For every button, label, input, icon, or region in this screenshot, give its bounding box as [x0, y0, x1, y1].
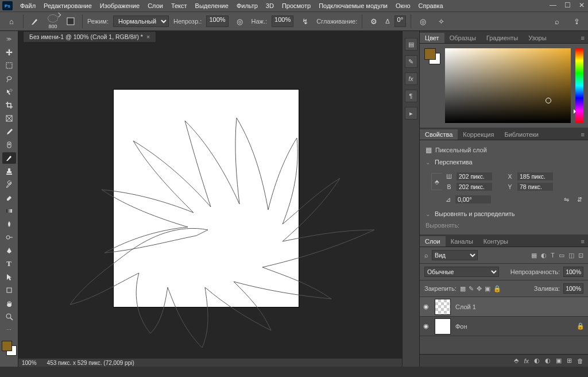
layer-thumbnail[interactable]: [435, 318, 451, 334]
layer-name[interactable]: Фон: [455, 323, 467, 330]
menu-text[interactable]: Текст: [167, 1, 191, 10]
opacity-input[interactable]: 100%: [206, 16, 228, 27]
layer-mask-icon[interactable]: ◐: [534, 357, 540, 364]
dock-actions-icon[interactable]: ▸: [405, 107, 417, 120]
frame-tool[interactable]: [2, 113, 16, 124]
new-layer-icon[interactable]: ⊞: [567, 357, 572, 364]
color-panel-menu-icon[interactable]: ≡: [578, 33, 588, 43]
visibility-icon[interactable]: ◉: [423, 303, 430, 310]
dock-fx-icon[interactable]: fx: [405, 72, 417, 85]
menu-view[interactable]: Просмотр: [278, 1, 315, 10]
pen-tool[interactable]: [2, 245, 16, 256]
stamp-tool[interactable]: [2, 166, 16, 177]
props-panel-menu-icon[interactable]: ≡: [578, 129, 588, 140]
menu-filter[interactable]: Фильтр: [233, 1, 262, 10]
transform-section-header[interactable]: Перспектива: [425, 156, 582, 168]
flip-vertical-icon[interactable]: ⇵: [577, 196, 582, 203]
marquee-tool[interactable]: [2, 60, 16, 71]
menu-edit[interactable]: Редактирование: [40, 1, 96, 10]
eyedropper-tool[interactable]: [2, 126, 16, 137]
menu-select[interactable]: Выделение: [191, 1, 233, 10]
blend-mode-select[interactable]: Нормальный: [113, 16, 169, 27]
menu-image[interactable]: Изображение: [96, 1, 144, 10]
dock-brushes-icon[interactable]: ✎: [405, 55, 417, 68]
flow-input[interactable]: 100%: [272, 16, 293, 27]
menu-window[interactable]: Окно: [392, 1, 415, 10]
menu-3d[interactable]: 3D: [262, 1, 278, 10]
menu-plugins[interactable]: Подключаемые модули: [315, 1, 392, 10]
flip-horizontal-icon[interactable]: ⇋: [564, 196, 569, 203]
height-input[interactable]: [457, 183, 492, 191]
healing-tool[interactable]: [2, 139, 16, 151]
new-group-icon[interactable]: ▣: [556, 357, 562, 364]
edit-toolbar-icon[interactable]: ⋯: [2, 324, 16, 336]
tab-properties[interactable]: Свойства: [420, 129, 458, 140]
layer-fx-icon[interactable]: fx: [524, 357, 529, 364]
tab-gradients[interactable]: Градиенты: [481, 33, 523, 43]
gradient-tool[interactable]: [2, 205, 16, 217]
align-section-header[interactable]: Выровнять и распределить: [425, 208, 582, 220]
new-fill-icon[interactable]: ◐: [545, 357, 551, 364]
tab-patterns[interactable]: Узоры: [523, 33, 551, 43]
angle-input-props[interactable]: [455, 195, 491, 203]
maximize-button[interactable]: ☐: [564, 1, 571, 9]
angle-input[interactable]: 0°: [394, 16, 407, 27]
lock-pixels-icon[interactable]: ✎: [469, 285, 474, 293]
filter-shape-icon[interactable]: ▭: [559, 252, 564, 259]
menu-file[interactable]: Файл: [16, 1, 40, 10]
y-input[interactable]: [517, 183, 553, 191]
tab-swatches[interactable]: Образцы: [444, 33, 481, 43]
tab-color[interactable]: Цвет: [420, 33, 444, 43]
x-input[interactable]: [517, 172, 553, 180]
document-tab[interactable]: Без имени-1 @ 100% (Слой 1, RGB/8#) * ×: [23, 31, 156, 43]
close-button[interactable]: ✕: [579, 1, 585, 9]
blur-tool[interactable]: [2, 218, 16, 230]
menu-help[interactable]: Справка: [415, 1, 447, 10]
tab-channels[interactable]: Каналы: [446, 236, 478, 247]
layer-filter-select[interactable]: Вид: [432, 250, 478, 260]
hue-slider[interactable]: [575, 48, 583, 123]
brush-preset-picker[interactable]: 800: [47, 13, 59, 29]
filter-toggle-icon[interactable]: ⊡: [578, 252, 583, 259]
layer-row[interactable]: ◉ Слой 1: [420, 297, 588, 317]
pressure-opacity-icon[interactable]: ◎: [233, 14, 247, 28]
filter-adjust-icon[interactable]: ◐: [541, 252, 547, 259]
filter-pixel-icon[interactable]: ▦: [531, 252, 537, 259]
airbrush-icon[interactable]: ↯: [298, 14, 312, 28]
zoom-level[interactable]: 100%: [22, 360, 37, 366]
link-layers-icon[interactable]: ⬘: [514, 357, 519, 364]
layer-thumbnail[interactable]: [435, 299, 451, 315]
path-select-tool[interactable]: [2, 271, 16, 283]
minimize-button[interactable]: —: [550, 1, 556, 9]
brush-tool[interactable]: [2, 152, 16, 164]
color-field[interactable]: [445, 48, 571, 123]
blend-mode-layer-select[interactable]: Обычные: [424, 267, 499, 277]
color-swatch-mini[interactable]: [424, 48, 440, 64]
crop-tool[interactable]: [2, 99, 16, 111]
home-button[interactable]: ⌂: [5, 14, 18, 28]
lasso-tool[interactable]: [2, 73, 16, 84]
lock-position-icon[interactable]: ✥: [477, 285, 482, 293]
tab-close-icon[interactable]: ×: [146, 33, 150, 40]
history-brush-tool[interactable]: [2, 179, 16, 190]
search-button[interactable]: ⌕: [550, 14, 564, 28]
tab-paths[interactable]: Контуры: [478, 236, 513, 247]
fill-input[interactable]: 100%: [563, 283, 583, 294]
tab-layers[interactable]: Слои: [420, 236, 446, 247]
eraser-tool[interactable]: [2, 192, 16, 203]
lock-all-icon[interactable]: 🔒: [493, 285, 501, 293]
layer-row[interactable]: ◉ Фон 🔒: [420, 317, 588, 336]
dock-paragraph-icon[interactable]: ¶: [405, 90, 417, 102]
brush-settings-button[interactable]: [64, 14, 78, 28]
layers-panel-menu-icon[interactable]: ≡: [578, 236, 588, 247]
quick-select-tool[interactable]: [2, 86, 16, 98]
color-swatch[interactable]: [2, 341, 17, 356]
zoom-tool[interactable]: [2, 311, 16, 322]
pressure-size-icon[interactable]: ◎: [416, 14, 430, 28]
move-tool[interactable]: [2, 47, 16, 58]
tab-adjustments[interactable]: Коррекция: [458, 129, 499, 140]
hand-tool[interactable]: [2, 298, 16, 309]
share-button[interactable]: ⇪: [570, 14, 583, 28]
visibility-icon[interactable]: ◉: [423, 322, 430, 330]
shape-tool[interactable]: [2, 284, 16, 296]
